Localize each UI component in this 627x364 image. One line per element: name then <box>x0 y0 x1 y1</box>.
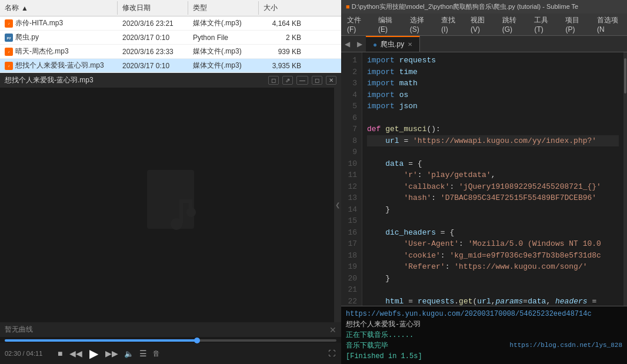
playlist-panel[interactable]: ❮ <box>334 88 341 322</box>
queue-close-btn[interactable]: ✕ <box>329 325 336 335</box>
line-number-7: 7 <box>346 123 357 135</box>
line-number-4: 4 <box>346 89 357 101</box>
line-number-10: 10 <box>346 158 357 170</box>
file-size: 3,935 KB <box>259 61 306 71</box>
line-number-5: 5 <box>346 101 357 112</box>
time-display: 02:30 / 04:11 <box>5 350 52 357</box>
next-btn[interactable]: ▶▶ <box>104 348 119 359</box>
stop-btn[interactable]: ■ <box>56 348 64 359</box>
code-line-9 <box>367 146 619 158</box>
media-player: 想找个人来爱我-蓝心羽.mp3 ◻ ⇗ — ◻ ✕ <box>0 73 341 364</box>
progress-section <box>0 337 341 343</box>
playlist-btn[interactable]: ☰ <box>138 348 148 359</box>
code-line-21 <box>367 284 619 296</box>
svg-point-7 <box>171 218 182 230</box>
menu-item[interactable]: 查找(I) <box>435 14 465 35</box>
file-date: 2020/3/16 23:21 <box>118 19 188 28</box>
file-row[interactable]: ♪ 晴天-周杰伦.mp3 2020/3/16 23:33 媒体文件(.mp3) … <box>0 45 341 59</box>
menu-item[interactable]: 项目(P) <box>559 14 591 35</box>
code-line-8: url = 'https://wwwapi.kugou.com/yy/index… <box>367 135 619 147</box>
line-number-22: 22 <box>346 296 357 306</box>
tab-nav-left[interactable]: ◀ <box>341 38 353 50</box>
menu-item[interactable]: 跳转(G) <box>496 14 529 35</box>
svg-point-8 <box>186 208 196 217</box>
code-line-2: import time <box>367 66 619 78</box>
code-line-12: 'callback': 'jQuery19108922952455208721_… <box>367 181 619 193</box>
line-number-16: 16 <box>346 227 357 239</box>
player-controls-top: ◻ ⇗ — ◻ ✕ <box>268 76 336 85</box>
file-row[interactable]: ♪ 想找个人来爱我-蓝心羽.mp3 2020/3/17 0:10 媒体文件(.m… <box>0 59 341 73</box>
code-line-20: } <box>367 273 619 285</box>
left-panel: 名称 ▲ 修改日期 类型 大小 ♪ 赤伶-HITA.mp3 2020/3/16 … <box>0 0 341 364</box>
menu-item[interactable]: 文件(F) <box>341 14 372 35</box>
code-line-22: html = requests.get(url,params=data, hea… <box>367 296 619 306</box>
line-number-3: 3 <box>346 78 357 89</box>
col-header-type[interactable]: 类型 <box>188 1 259 15</box>
line-number-14: 14 <box>346 204 357 216</box>
line-number-19: 19 <box>346 261 357 273</box>
code-line-15 <box>367 215 619 227</box>
menu-item[interactable]: 首选项(N <box>591 14 627 35</box>
playlist-arrow-icon: ❮ <box>335 202 340 208</box>
file-name: 想找个人来爱我-蓝心羽.mp3 <box>15 61 104 71</box>
file-row[interactable]: ♪ 赤伶-HITA.mp3 2020/3/16 23:21 媒体文件(.mp3)… <box>0 16 341 31</box>
menu-item[interactable]: 视图(V) <box>465 14 496 35</box>
code-line-5: import json <box>367 101 619 112</box>
mp3-icon: ♪ <box>5 62 13 70</box>
file-size: 4,164 KB <box>259 19 306 28</box>
progress-fill <box>5 339 197 342</box>
code-content[interactable]: import requests import time import math … <box>362 52 623 306</box>
line-number-11: 11 <box>346 169 357 181</box>
line-number-9: 9 <box>346 146 357 158</box>
mp3-icon: ♪ <box>5 19 13 28</box>
file-name: 晴天-周杰伦.mp3 <box>15 46 69 56</box>
tab-paichong[interactable]: ● 爬虫.py ✕ <box>366 36 420 52</box>
tab-icon: ● <box>373 41 377 49</box>
volume-label: 音 <box>153 349 159 358</box>
line-numbers: 1234567891011121314151617181920212223 <box>341 52 362 306</box>
col-header-name[interactable]: 名称 ▲ <box>0 1 118 15</box>
file-name-cell: py 爬虫.py <box>0 32 118 43</box>
code-line-18: 'cookie': 'kg_mid=e9f7036c9e3f7b3b8e5f31… <box>367 250 619 262</box>
menu-item[interactable]: 工具(T) <box>528 14 559 35</box>
music-note-icon <box>124 158 218 252</box>
sublime-text-panel: ■ D:\python实用技能\model_2\python爬取酷狗音乐\爬虫.… <box>341 0 627 364</box>
tab-nav-right[interactable]: ▶ <box>353 38 366 50</box>
file-date: 2020/3/17 0:10 <box>118 61 188 71</box>
progress-bar[interactable] <box>5 339 336 342</box>
code-area: 1234567891011121314151617181920212223 im… <box>341 52 627 306</box>
file-date: 2020/3/17 0:10 <box>118 33 188 42</box>
code-line-16: dic_headers = { <box>367 227 619 239</box>
line-number-1: 1 <box>346 55 357 66</box>
player-expand-btn[interactable]: ⇗ <box>282 76 293 85</box>
line-number-13: 13 <box>346 192 357 204</box>
col-header-date[interactable]: 修改日期 <box>118 1 188 15</box>
file-size: 2 KB <box>259 33 306 42</box>
volume-icon: 🔈 <box>124 349 134 358</box>
col-header-size[interactable]: 大小 <box>259 1 306 15</box>
code-line-10: data = { <box>367 158 619 170</box>
sublime-titlebar: ■ D:\python实用技能\model_2\python爬取酷狗音乐\爬虫.… <box>341 0 627 14</box>
player-restore-btn[interactable]: ◻ <box>268 76 279 85</box>
player-close-btn[interactable]: ✕ <box>326 76 336 85</box>
player-titlebar: 想找个人来爱我-蓝心羽.mp3 ◻ ⇗ — ◻ ✕ <box>0 73 341 88</box>
line-number-2: 2 <box>346 66 357 78</box>
menu-item[interactable]: 编辑(E) <box>372 14 404 35</box>
code-line-4: import os <box>367 89 619 101</box>
player-minimize-btn[interactable]: — <box>296 76 308 85</box>
tab-close-btn[interactable]: ✕ <box>408 41 412 48</box>
code-line-17: 'User-Agent': 'Mozilla/5.0 (Windows NT 1… <box>367 238 619 250</box>
code-line-6 <box>367 112 619 124</box>
queue-panel: 暂无曲线 ✕ <box>0 322 341 337</box>
fullscreen-btn[interactable]: ⛶ <box>327 348 336 359</box>
prev-btn[interactable]: ◀◀ <box>68 348 84 359</box>
menu-item[interactable]: 选择(S) <box>404 14 436 35</box>
player-maxrestore-btn[interactable]: ◻ <box>312 76 322 85</box>
scrollbar[interactable] <box>623 52 627 306</box>
terminal-line-3: 正在下载音乐...... <box>346 330 622 340</box>
file-name-cell: ♪ 赤伶-HITA.mp3 <box>0 18 118 29</box>
file-row[interactable]: py 爬虫.py 2020/3/17 0:10 Python File 2 KB <box>0 31 341 45</box>
file-type: 媒体文件(.mp3) <box>188 46 259 57</box>
code-line-3: import math <box>367 78 619 89</box>
play-btn[interactable]: ▶ <box>88 345 99 362</box>
